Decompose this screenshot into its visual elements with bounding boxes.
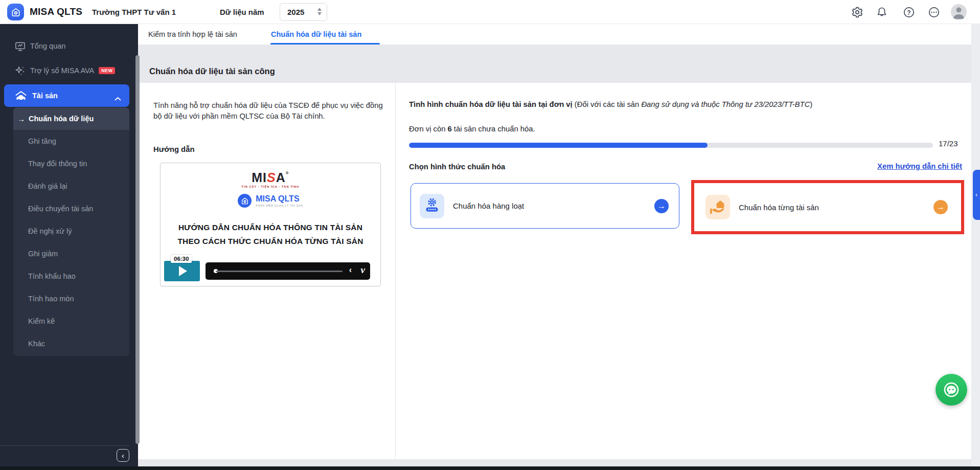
product-subtitle: PHẦN MỀM QUẢN LÝ TÀI SẢN <box>256 204 303 207</box>
card-chuan-hoa-hang-loat[interactable]: Chuẩn hóa hàng loạt → <box>411 183 679 229</box>
sidebar-nav: Tổng quan Trợ lý số MISA AVA NEW <box>0 24 138 466</box>
year-value: 2025 <box>287 8 304 16</box>
page-title-bar: Chuẩn hóa dữ liệu tài sản công <box>138 45 971 83</box>
app-name: MISA QLTS <box>30 6 82 17</box>
progress-fill <box>409 143 708 148</box>
spinner-up-icon[interactable] <box>317 8 322 11</box>
more-options-icon[interactable] <box>928 6 940 18</box>
video-control-bar[interactable]: ‹ v <box>206 262 370 280</box>
sidebar-footer-divider <box>0 445 129 446</box>
active-tab-underline <box>270 43 380 44</box>
qlts-home-icon <box>238 194 252 208</box>
sidebar-item-label: Tài sản <box>32 92 58 100</box>
submenu-item-danh-gia-lai[interactable]: Đánh giá lại <box>13 175 129 197</box>
submenu-item-label: Khác <box>28 340 45 348</box>
misa-tagline: TIN CẬY - TIỆN ÍCH - TẬN TÌNH <box>161 185 380 188</box>
play-icon <box>179 266 187 276</box>
submenu-item-label: Kiểm kê <box>28 317 55 325</box>
arrow-right-icon[interactable]: → <box>654 199 669 213</box>
product-logo-row: MISA QLTS PHẦN MỀM QUẢN LÝ TÀI SẢN <box>161 194 380 208</box>
progress-count-label: 17/23 <box>939 139 958 148</box>
guide-video-thumbnail[interactable]: MISA® TIN CẬY - TIỆN ÍCH - TẬN TÌNH MISA… <box>160 163 381 286</box>
chevron-left-icon: ‹ <box>122 451 124 460</box>
avatar-person-icon <box>951 4 967 20</box>
sidebar-collapse-button[interactable]: ‹ <box>117 449 129 462</box>
submenu-item-ghi-tang[interactable]: Ghi tăng <box>13 130 129 152</box>
submenu-item-label: Ghi giảm <box>28 250 58 258</box>
submenu-item-ghi-giam[interactable]: Ghi giảm <box>13 242 129 265</box>
submenu-item-label: Điều chuyển tài sản <box>28 205 93 213</box>
help-icon[interactable]: ? <box>903 6 915 18</box>
choose-method-label: Chọn hình thức chuẩn hóa <box>409 163 505 171</box>
video-time-tooltip: 06:30 <box>171 255 192 263</box>
top-header: MISA QLTS Trường THPT Tư vấn 1 Dữ liệu n… <box>0 0 980 24</box>
page-scrollbar[interactable] <box>971 24 980 466</box>
sidebar-item-label: Trợ lý số MISA AVA <box>30 66 94 75</box>
submenu-item-khac[interactable]: Khác <box>13 332 129 355</box>
submenu-item-thay-doi-thong-tin[interactable]: Thay đổi thông tin <box>13 152 129 175</box>
submenu-item-label: Tính khấu hao <box>28 272 76 280</box>
feature-description: Tính năng hỗ trợ chuẩn hóa dữ liệu của T… <box>153 100 384 122</box>
submenu-item-label: Ghi tăng <box>28 137 56 145</box>
arrow-right-icon[interactable]: → <box>933 200 948 214</box>
main-content: Tính năng hỗ trợ chuẩn hóa dữ liệu của T… <box>138 83 971 459</box>
card-chuan-hoa-tung-tai-san-highlight[interactable]: Chuẩn hóa từng tài sản → <box>691 180 964 234</box>
chat-bubble-icon <box>942 381 961 399</box>
sidebar-scrollbar[interactable] <box>135 55 140 444</box>
submenu-item-label: Đề nghị xử lý <box>28 227 72 235</box>
page-title: Chuẩn hóa dữ liệu tài sản công <box>149 66 275 76</box>
app-logo[interactable] <box>7 4 24 20</box>
player-chevron-icon[interactable]: ‹ <box>349 265 352 275</box>
bottom-edge-strip <box>0 466 980 470</box>
user-avatar[interactable] <box>951 4 967 20</box>
video-play-button[interactable] <box>164 261 200 281</box>
notifications-bell-icon[interactable] <box>876 6 888 18</box>
submenu-item-dieu-chuyen-tai-san[interactable]: Điều chuyển tài sản <box>13 197 129 220</box>
organization-name[interactable]: Trường THPT Tư vấn 1 <box>92 8 176 16</box>
asset-house-car-icon <box>14 90 28 101</box>
tai-san-submenu: → Chuẩn hóa dữ liệu Ghi tăng Thay đổi th… <box>13 107 129 356</box>
video-seekbar[interactable] <box>216 271 343 272</box>
submenu-item-label: Chuẩn hóa dữ liệu <box>29 115 94 123</box>
support-chat-button[interactable] <box>936 374 967 406</box>
submenu-item-label: Tính hao mòn <box>28 295 74 303</box>
tab-bar: Kiểm tra tính hợp lệ tài sản Chuẩn hóa d… <box>138 24 971 45</box>
submenu-item-tinh-khau-hao[interactable]: Tính khấu hao <box>13 265 129 287</box>
vimeo-logo-icon[interactable]: v <box>361 264 365 276</box>
year-label: Dữ liệu năm <box>220 8 264 16</box>
remaining-assets-text: Đơn vị còn 6 tài sản chưa chuẩn hóa. <box>409 125 535 133</box>
product-name: MISA QLTS <box>256 194 303 204</box>
sparkle-ai-icon <box>14 65 27 77</box>
sidebar-item-tai-san[interactable]: Tài sản <box>4 84 129 107</box>
misa-brand-logo: MISA® TIN CẬY - TIỆN ÍCH - TẬN TÌNH <box>161 171 380 188</box>
right-panel-toggle[interactable]: ‹ <box>973 170 980 220</box>
tab-chuan-hoa-du-lieu[interactable]: Chuẩn hóa dữ liệu tài sản <box>271 24 361 45</box>
sidebar-item-label: Tổng quan <box>30 42 65 50</box>
view-detail-guide-link[interactable]: Xem hướng dẫn chi tiết <box>877 162 962 170</box>
year-spinner[interactable] <box>317 8 322 15</box>
chevron-up-icon <box>115 94 121 103</box>
active-arrow-icon: → <box>17 115 25 123</box>
home-logo-icon <box>11 7 21 17</box>
submenu-item-label: Đánh giá lại <box>28 182 67 190</box>
status-heading: Tình hình chuẩn hóa dữ liệu tài sản tại … <box>409 100 964 108</box>
year-select[interactable]: 2025 <box>280 3 327 21</box>
settings-gear-icon[interactable] <box>851 6 863 18</box>
batch-gear-icon <box>420 194 444 218</box>
sidebar-item-tro-ly-ava[interactable]: Trợ lý số MISA AVA NEW <box>0 59 129 82</box>
submenu-item-de-nghi-xu-ly[interactable]: Đề nghị xử lý <box>13 220 129 242</box>
new-badge: NEW <box>99 67 115 74</box>
guide-label: Hướng dẫn <box>153 145 194 153</box>
standardization-progress-bar <box>409 143 933 148</box>
misa-qlts-app: MISA QLTS Trường THPT Tư vấn 1 Dữ liệu n… <box>0 0 980 470</box>
video-title: HƯỚNG DẪN CHUẨN HÓA THÔNG TIN TÀI SẢN TH… <box>161 220 380 248</box>
submenu-item-chuan-hoa-du-lieu[interactable]: → Chuẩn hóa dữ liệu <box>13 107 129 130</box>
spinner-down-icon[interactable] <box>317 12 322 15</box>
submenu-item-tinh-hao-mon[interactable]: Tính hao mòn <box>13 287 129 310</box>
submenu-item-kiem-ke[interactable]: Kiểm kê <box>13 310 129 332</box>
card-label: Chuẩn hóa hàng loạt <box>453 202 524 210</box>
dashboard-monitor-icon <box>14 40 27 52</box>
submenu-item-label: Thay đổi thông tin <box>28 160 87 168</box>
sidebar-item-tong-quan[interactable]: Tổng quan <box>0 35 129 57</box>
tab-kiem-tra-hop-le[interactable]: Kiểm tra tính hợp lệ tài sản <box>148 24 237 45</box>
